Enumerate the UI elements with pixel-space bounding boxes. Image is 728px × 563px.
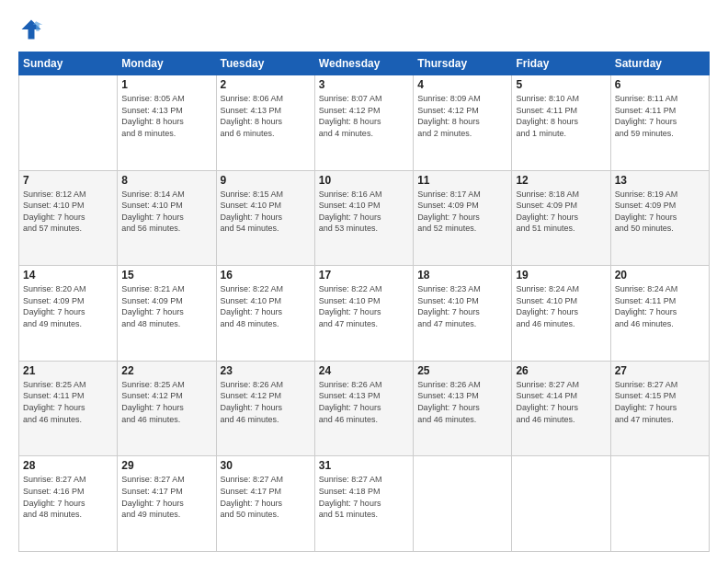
day-number: 15 — [121, 269, 211, 282]
day-info: Sunrise: 8:09 AM Sunset: 4:12 PM Dayligh… — [417, 93, 507, 139]
day-info: Sunrise: 8:25 AM Sunset: 4:11 PM Dayligh… — [23, 379, 113, 425]
calendar-cell: 27Sunrise: 8:27 AM Sunset: 4:15 PM Dayli… — [610, 361, 709, 456]
day-info: Sunrise: 8:16 AM Sunset: 4:10 PM Dayligh… — [319, 189, 409, 235]
calendar-cell: 24Sunrise: 8:26 AM Sunset: 4:13 PM Dayli… — [314, 361, 413, 456]
calendar-cell — [414, 456, 512, 552]
day-info: Sunrise: 8:20 AM Sunset: 4:09 PM Dayligh… — [23, 283, 113, 329]
calendar-cell: 21Sunrise: 8:25 AM Sunset: 4:11 PM Dayli… — [19, 361, 118, 456]
day-number: 21 — [23, 364, 113, 377]
calendar-cell: 23Sunrise: 8:26 AM Sunset: 4:12 PM Dayli… — [216, 361, 314, 456]
day-number: 20 — [615, 269, 705, 282]
calendar-cell — [19, 75, 118, 171]
header — [18, 17, 710, 42]
day-info: Sunrise: 8:23 AM Sunset: 4:10 PM Dayligh… — [417, 283, 507, 329]
day-info: Sunrise: 8:24 AM Sunset: 4:10 PM Dayligh… — [516, 283, 606, 329]
calendar-cell: 22Sunrise: 8:25 AM Sunset: 4:12 PM Dayli… — [118, 361, 216, 456]
day-number: 25 — [417, 364, 507, 377]
day-number: 17 — [319, 269, 409, 282]
day-number: 22 — [121, 364, 211, 377]
day-info: Sunrise: 8:10 AM Sunset: 4:11 PM Dayligh… — [516, 93, 606, 139]
calendar-cell: 17Sunrise: 8:22 AM Sunset: 4:10 PM Dayli… — [314, 266, 413, 362]
day-info: Sunrise: 8:22 AM Sunset: 4:10 PM Dayligh… — [319, 283, 409, 329]
calendar-cell: 3Sunrise: 8:07 AM Sunset: 4:12 PM Daylig… — [314, 75, 413, 171]
day-number: 8 — [121, 174, 211, 187]
day-info: Sunrise: 8:27 AM Sunset: 4:17 PM Dayligh… — [121, 474, 211, 520]
day-info: Sunrise: 8:05 AM Sunset: 4:13 PM Dayligh… — [121, 93, 211, 139]
day-info: Sunrise: 8:25 AM Sunset: 4:12 PM Dayligh… — [121, 379, 211, 425]
day-number: 18 — [417, 269, 507, 282]
day-number: 3 — [319, 78, 409, 91]
day-number: 14 — [23, 269, 113, 282]
calendar-cell: 19Sunrise: 8:24 AM Sunset: 4:10 PM Dayli… — [512, 266, 610, 362]
calendar-cell: 7Sunrise: 8:12 AM Sunset: 4:10 PM Daylig… — [19, 170, 118, 266]
calendar-cell — [610, 456, 709, 552]
logo — [18, 17, 48, 42]
day-info: Sunrise: 8:14 AM Sunset: 4:10 PM Dayligh… — [121, 189, 211, 235]
day-info: Sunrise: 8:18 AM Sunset: 4:09 PM Dayligh… — [516, 189, 606, 235]
calendar-cell: 2Sunrise: 8:06 AM Sunset: 4:13 PM Daylig… — [216, 75, 314, 171]
day-number: 7 — [23, 174, 113, 187]
calendar-cell: 18Sunrise: 8:23 AM Sunset: 4:10 PM Dayli… — [414, 266, 512, 362]
day-number: 31 — [319, 459, 409, 472]
day-info: Sunrise: 8:27 AM Sunset: 4:14 PM Dayligh… — [516, 379, 606, 425]
day-number: 27 — [615, 364, 705, 377]
calendar-cell: 30Sunrise: 8:27 AM Sunset: 4:17 PM Dayli… — [216, 456, 314, 552]
calendar-cell: 9Sunrise: 8:15 AM Sunset: 4:10 PM Daylig… — [216, 170, 314, 266]
calendar-cell: 8Sunrise: 8:14 AM Sunset: 4:10 PM Daylig… — [118, 170, 216, 266]
day-info: Sunrise: 8:12 AM Sunset: 4:10 PM Dayligh… — [23, 189, 113, 235]
day-number: 6 — [615, 78, 705, 91]
calendar-cell: 15Sunrise: 8:21 AM Sunset: 4:09 PM Dayli… — [118, 266, 216, 362]
weekday-header-saturday: Saturday — [610, 52, 709, 75]
day-number: 26 — [516, 364, 606, 377]
day-number: 16 — [221, 269, 311, 282]
calendar-cell: 26Sunrise: 8:27 AM Sunset: 4:14 PM Dayli… — [512, 361, 610, 456]
calendar-cell: 14Sunrise: 8:20 AM Sunset: 4:09 PM Dayli… — [19, 266, 118, 362]
week-row-2: 7Sunrise: 8:12 AM Sunset: 4:10 PM Daylig… — [19, 170, 710, 266]
day-number: 30 — [221, 459, 311, 472]
calendar-cell: 1Sunrise: 8:05 AM Sunset: 4:13 PM Daylig… — [118, 75, 216, 171]
day-number: 1 — [121, 78, 211, 91]
weekday-header-row: SundayMondayTuesdayWednesdayThursdayFrid… — [19, 52, 710, 75]
day-info: Sunrise: 8:26 AM Sunset: 4:13 PM Dayligh… — [417, 379, 507, 425]
weekday-header-wednesday: Wednesday — [314, 52, 413, 75]
day-info: Sunrise: 8:26 AM Sunset: 4:12 PM Dayligh… — [221, 379, 311, 425]
day-info: Sunrise: 8:22 AM Sunset: 4:10 PM Dayligh… — [221, 283, 311, 329]
day-number: 13 — [615, 174, 705, 187]
page: SundayMondayTuesdayWednesdayThursdayFrid… — [0, 0, 728, 563]
day-number: 4 — [417, 78, 507, 91]
calendar-cell: 6Sunrise: 8:11 AM Sunset: 4:11 PM Daylig… — [610, 75, 709, 171]
day-number: 12 — [516, 174, 606, 187]
day-info: Sunrise: 8:19 AM Sunset: 4:09 PM Dayligh… — [615, 189, 705, 235]
calendar-cell: 20Sunrise: 8:24 AM Sunset: 4:11 PM Dayli… — [610, 266, 709, 362]
weekday-header-tuesday: Tuesday — [216, 52, 314, 75]
calendar-cell — [512, 456, 610, 552]
day-info: Sunrise: 8:21 AM Sunset: 4:09 PM Dayligh… — [121, 283, 211, 329]
day-number: 29 — [121, 459, 211, 472]
calendar-cell: 5Sunrise: 8:10 AM Sunset: 4:11 PM Daylig… — [512, 75, 610, 171]
calendar-cell: 4Sunrise: 8:09 AM Sunset: 4:12 PM Daylig… — [414, 75, 512, 171]
day-info: Sunrise: 8:06 AM Sunset: 4:13 PM Dayligh… — [221, 93, 311, 139]
calendar-cell: 25Sunrise: 8:26 AM Sunset: 4:13 PM Dayli… — [414, 361, 512, 456]
calendar-cell: 31Sunrise: 8:27 AM Sunset: 4:18 PM Dayli… — [314, 456, 413, 552]
weekday-header-thursday: Thursday — [414, 52, 512, 75]
calendar-cell: 11Sunrise: 8:17 AM Sunset: 4:09 PM Dayli… — [414, 170, 512, 266]
day-number: 2 — [221, 78, 311, 91]
week-row-4: 21Sunrise: 8:25 AM Sunset: 4:11 PM Dayli… — [19, 361, 710, 456]
calendar-cell: 16Sunrise: 8:22 AM Sunset: 4:10 PM Dayli… — [216, 266, 314, 362]
day-info: Sunrise: 8:26 AM Sunset: 4:13 PM Dayligh… — [319, 379, 409, 425]
day-info: Sunrise: 8:17 AM Sunset: 4:09 PM Dayligh… — [417, 189, 507, 235]
day-number: 24 — [319, 364, 409, 377]
weekday-header-monday: Monday — [118, 52, 216, 75]
day-info: Sunrise: 8:27 AM Sunset: 4:15 PM Dayligh… — [615, 379, 705, 425]
weekday-header-sunday: Sunday — [19, 52, 118, 75]
day-number: 9 — [221, 174, 311, 187]
day-number: 10 — [319, 174, 409, 187]
calendar: SundayMondayTuesdayWednesdayThursdayFrid… — [18, 52, 710, 552]
day-number: 28 — [23, 459, 113, 472]
day-info: Sunrise: 8:24 AM Sunset: 4:11 PM Dayligh… — [615, 283, 705, 329]
day-info: Sunrise: 8:15 AM Sunset: 4:10 PM Dayligh… — [221, 189, 311, 235]
week-row-1: 1Sunrise: 8:05 AM Sunset: 4:13 PM Daylig… — [19, 75, 710, 171]
calendar-cell: 10Sunrise: 8:16 AM Sunset: 4:10 PM Dayli… — [314, 170, 413, 266]
day-info: Sunrise: 8:27 AM Sunset: 4:18 PM Dayligh… — [319, 474, 409, 520]
calendar-cell: 12Sunrise: 8:18 AM Sunset: 4:09 PM Dayli… — [512, 170, 610, 266]
